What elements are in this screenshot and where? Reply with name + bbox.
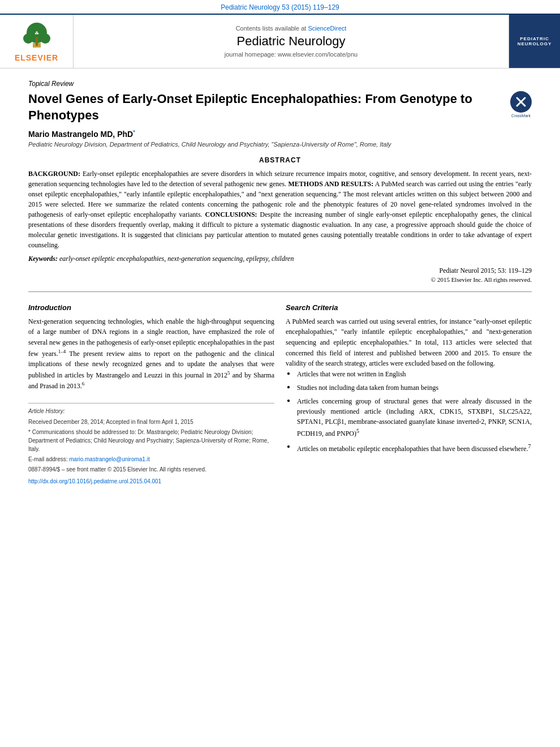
correspondence-note: * Communications should be addressed to:… [28, 428, 274, 453]
journal-header: ☘ ELSEVIER Contents lists available at S… [0, 14, 560, 68]
keywords-text: early-onset epileptic encephalopathies, … [58, 255, 294, 263]
journal-title-header: Pediatric Neurology [237, 34, 346, 49]
footnote-section: Article History: Received December 28, 2… [28, 403, 274, 486]
exclusion-criteria-list: Articles that were not written in Englis… [291, 369, 532, 454]
email-label: E-mail address: [28, 456, 69, 462]
list-item: Articles on metabolic epileptic encephal… [291, 442, 532, 454]
author-affiliation: Pediatric Neurology Division, Department… [28, 141, 532, 148]
intro-sup-1: 1–4 [58, 349, 66, 354]
citation-line: Pediatr Neurol 2015; 53: 119–129 [28, 267, 532, 275]
title-row: Novel Genes of Early-Onset Epileptic Enc… [28, 91, 532, 129]
email-line: E-mail address: mario.mastrangelo@unirom… [28, 455, 274, 463]
conclusions-label: CONCLUSIONS: [205, 211, 257, 218]
search-criteria-title: Search Criteria [286, 303, 532, 312]
keywords-line: Keywords: early-onset epileptic encephal… [28, 255, 532, 263]
abstract-title: ABSTRACT [28, 156, 532, 164]
svg-point-2 [23, 33, 33, 44]
list-item: Articles that were not written in Englis… [291, 369, 532, 379]
methods-label: METHODS AND RESULTS: [288, 180, 374, 188]
svg-rect-4 [36, 37, 38, 46]
two-column-section: Introduction Next-generation sequencing … [28, 303, 532, 487]
email-link[interactable]: mario.mastrangelo@uniroma1.it [69, 456, 149, 462]
elsevier-brand-text: ELSEVIER [15, 53, 58, 62]
svg-point-3 [40, 33, 50, 44]
background-label: BACKGROUND: [28, 170, 80, 178]
keywords-label: Keywords: [28, 255, 58, 263]
journal-reference: Pediatric Neurology 53 (2015) 119–129 [0, 0, 560, 14]
list-item: Studies not including data taken from hu… [291, 383, 532, 393]
author-name: Mario Mastrangelo MD, PhD* [28, 129, 532, 139]
crossmark-badge: CrossMark [510, 91, 532, 118]
article-history-label: Article History: [28, 407, 274, 415]
search-criteria-column: Search Criteria A PubMed search was carr… [286, 303, 532, 487]
search-criteria-text: A PubMed search was carried out using se… [286, 316, 532, 369]
crossmark-icon [515, 96, 527, 108]
sciencedirect-link[interactable]: Contents lists available at ScienceDirec… [236, 25, 347, 32]
sciencedirect-anchor[interactable]: ScienceDirect [308, 25, 346, 32]
elsevier-logo-section: ☘ ELSEVIER [0, 15, 74, 68]
copyright-line: © 2015 Elsevier Inc. All rights reserved… [28, 276, 532, 283]
abstract-section: ABSTRACT BACKGROUND: Early-onset epilept… [28, 156, 532, 283]
author-sup: * [133, 129, 135, 135]
received-date: Received December 28, 2014; Accepted in … [28, 418, 274, 426]
journal-badge-right: PEDIATRIC NEUROLOGY [509, 15, 560, 68]
abstract-text: BACKGROUND: Early-onset epileptic enceph… [28, 169, 532, 250]
bullet-sup-4: 7 [528, 443, 531, 449]
elsevier-tree-icon: ☘ [17, 20, 57, 51]
svg-text:☘: ☘ [35, 31, 39, 36]
section-type-label: Topical Review [28, 80, 532, 88]
journal-badge-text: PEDIATRIC NEUROLOGY [512, 36, 557, 46]
doi-link[interactable]: http://dx.doi.org/10.1016/j.pediatrne.ur… [28, 478, 161, 484]
intro-sup-3: 6 [82, 381, 85, 387]
bullet-sup-3: 5 [356, 428, 359, 434]
issn-line: 0887-8994/$ – see front matter © 2015 El… [28, 465, 274, 474]
section-divider [28, 291, 532, 292]
introduction-text: Next-generation sequencing technologies,… [28, 316, 274, 392]
contents-text: Contents lists available at [236, 25, 307, 32]
doi-line: http://dx.doi.org/10.1016/j.pediatrne.ur… [28, 477, 274, 486]
list-item: Articles concerning group of structural … [291, 396, 532, 439]
article-body: Topical Review Novel Genes of Early-Onse… [0, 68, 560, 499]
journal-info-center: Contents lists available at ScienceDirec… [74, 15, 509, 68]
article-title: Novel Genes of Early-Onset Epileptic Enc… [28, 91, 505, 123]
introduction-column: Introduction Next-generation sequencing … [28, 303, 274, 487]
journal-homepage: journal homepage: www.elsevier.com/locat… [225, 51, 357, 58]
introduction-title: Introduction [28, 303, 274, 312]
